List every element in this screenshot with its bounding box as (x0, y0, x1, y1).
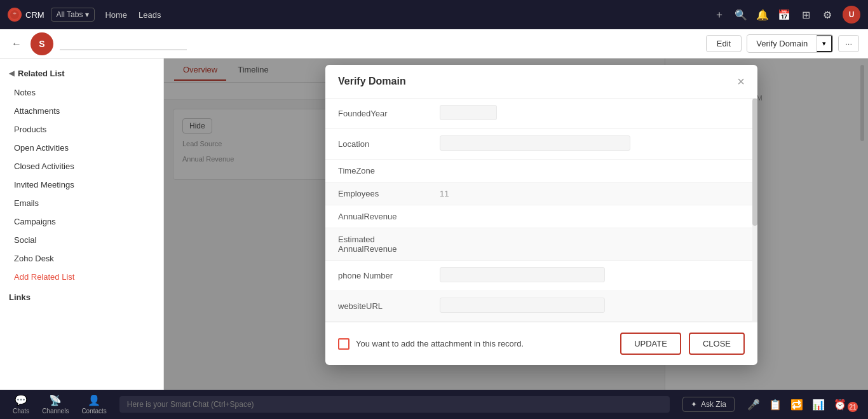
modal-footer: You want to add the attachment in this r… (325, 322, 757, 365)
user-avatar[interactable]: U (843, 6, 860, 24)
form-label-timezone: TimeZone (325, 160, 427, 182)
plus-icon[interactable]: ＋ (713, 8, 726, 21)
sidebar-item-products[interactable]: Products (0, 120, 163, 139)
form-cell-founded-year (427, 99, 757, 129)
zia-label: Ask Zia (701, 400, 726, 409)
notification-badge: 21 (848, 402, 858, 412)
sidebar-item-notes[interactable]: Notes (0, 83, 163, 102)
calendar-icon[interactable]: 📅 (778, 8, 790, 21)
sidebar-item-invited-meetings[interactable]: Invited Meetings (0, 175, 163, 194)
form-label-est-annual-revenue: Estimated AnnualRevenue (325, 228, 427, 261)
modal-body[interactable]: FoundedYear Location (325, 99, 757, 322)
modal-title: Verify Domain (338, 76, 406, 87)
contacts-button[interactable]: 👤 Contacts (81, 394, 106, 415)
modal-scrollbar-thumb (752, 99, 757, 226)
founded-year-input[interactable] (440, 105, 497, 120)
refresh-icon[interactable]: 🔁 (790, 399, 803, 411)
sidebar-item-invited-meetings-label: Invited Meetings (14, 180, 74, 189)
form-cell-timezone (427, 160, 757, 182)
add-related-list-button[interactable]: Add Related List (0, 268, 163, 286)
modal-scrollbar-track (752, 99, 757, 322)
form-label-founded-year: FoundedYear (325, 99, 427, 129)
modal-overlay: Verify Domain × FoundedYear (164, 58, 868, 390)
location-input[interactable] (440, 135, 630, 151)
top-nav-icons: ＋ 🔍 🔔 📅 ⊞ ⚙ U (713, 6, 860, 24)
modal-header: Verify Domain × (325, 65, 757, 99)
update-button[interactable]: UPDATE (620, 333, 681, 355)
channels-label: Channels (42, 408, 69, 415)
sidebar: ◀ Related List Notes Attachments Product… (0, 58, 164, 390)
attachment-checkbox[interactable] (338, 338, 349, 350)
form-label-phone-number: phone Number (325, 261, 427, 291)
all-tabs-label: All Tabs (57, 10, 83, 19)
form-row-phone-number: phone Number (325, 261, 757, 291)
chats-button[interactable]: 💬 Chats (13, 394, 29, 415)
sidebar-item-closed-activities[interactable]: Closed Activities (0, 157, 163, 175)
bottom-icons: 🎤 📋 🔁 📊 ⏰ 21 (747, 399, 855, 411)
sidebar-item-closed-activities-label: Closed Activities (14, 161, 74, 171)
nav-link-home[interactable]: Home (105, 9, 127, 21)
ask-zia-button[interactable]: ✦ Ask Zia (682, 397, 735, 412)
sidebar-item-products-label: Products (14, 125, 46, 134)
bell-icon[interactable]: 🔔 (756, 8, 769, 21)
all-tabs-button[interactable]: All Tabs ▾ (51, 8, 95, 22)
gear-icon[interactable]: ⚙ (821, 8, 834, 21)
clipboard-icon[interactable]: 📋 (769, 399, 782, 411)
chart-icon[interactable]: 📊 (812, 399, 825, 411)
phone-number-input[interactable] (440, 267, 605, 282)
content-area: Overview Timeline Last Update : a while … (164, 58, 868, 390)
form-row-website-url: websiteURL (325, 291, 757, 322)
app-logo: CRM (8, 8, 44, 22)
grid-icon[interactable]: ⊞ (799, 8, 812, 21)
record-name-input[interactable] (60, 37, 187, 50)
clock-icon[interactable]: ⏰ (834, 399, 846, 411)
website-url-input[interactable] (440, 298, 605, 313)
form-cell-employees: 11 (427, 182, 757, 205)
top-navigation: CRM All Tabs ▾ Home Leads ＋ 🔍 🔔 📅 ⊞ ⚙ U (0, 0, 868, 29)
smart-chat-input[interactable] (119, 396, 670, 413)
sidebar-item-open-activities[interactable]: Open Activities (0, 139, 163, 157)
attachment-label: You want to add the attachment in this r… (356, 339, 524, 348)
form-cell-phone-number (427, 261, 757, 291)
sidebar-item-emails[interactable]: Emails (0, 194, 163, 212)
related-list-arrow-icon: ◀ (9, 69, 14, 78)
nav-link-leads[interactable]: Leads (139, 9, 161, 21)
related-list-header[interactable]: ◀ Related List (0, 64, 163, 83)
microphone-icon[interactable]: 🎤 (747, 399, 760, 411)
sub-navigation: ← S Edit Verify Domain ▾ ··· (0, 29, 868, 58)
modal-close-icon[interactable]: × (737, 75, 745, 88)
form-label-annual-revenue: AnnualRevenue (325, 205, 427, 228)
sidebar-item-campaigns[interactable]: Campaigns (0, 212, 163, 231)
form-row-founded-year: FoundedYear (325, 99, 757, 129)
sidebar-item-zoho-desk-label: Zoho Desk (14, 254, 54, 263)
back-button[interactable]: ← (9, 36, 24, 52)
verify-domain-arrow-button[interactable]: ▾ (817, 35, 832, 52)
search-icon[interactable]: 🔍 (735, 8, 747, 21)
sidebar-item-emails-label: Emails (14, 198, 39, 208)
form-cell-est-annual-revenue (427, 228, 757, 261)
form-row-annual-revenue: AnnualRevenue (325, 205, 757, 228)
form-row-est-annual-revenue: Estimated AnnualRevenue (325, 228, 757, 261)
main-layout: ◀ Related List Notes Attachments Product… (0, 58, 868, 390)
close-modal-button[interactable]: CLOSE (689, 333, 745, 355)
form-row-timezone: TimeZone (325, 160, 757, 182)
form-row-employees: Employees 11 (325, 182, 757, 205)
more-button[interactable]: ··· (838, 35, 859, 52)
nav-links: Home Leads (105, 9, 161, 21)
avatar-letter: U (849, 10, 855, 19)
edit-button[interactable]: Edit (706, 35, 742, 52)
all-tabs-chevron-icon: ▾ (85, 10, 89, 19)
channels-button[interactable]: 📡 Channels (42, 394, 69, 415)
sidebar-item-attachments[interactable]: Attachments (0, 102, 163, 120)
form-row-location: Location (325, 129, 757, 160)
links-header: Links (0, 286, 163, 305)
sidebar-item-social[interactable]: Social (0, 231, 163, 249)
sidebar-item-zoho-desk[interactable]: Zoho Desk (0, 249, 163, 268)
chats-label: Chats (13, 408, 29, 415)
form-cell-annual-revenue (427, 205, 757, 228)
verify-domain-button[interactable]: Verify Domain (747, 36, 817, 52)
add-related-list-label: Add Related List (14, 272, 74, 282)
form-cell-location (427, 129, 757, 160)
attachment-checkbox-area: You want to add the attachment in this r… (338, 338, 613, 350)
verify-domain-group: Verify Domain ▾ (747, 34, 833, 53)
